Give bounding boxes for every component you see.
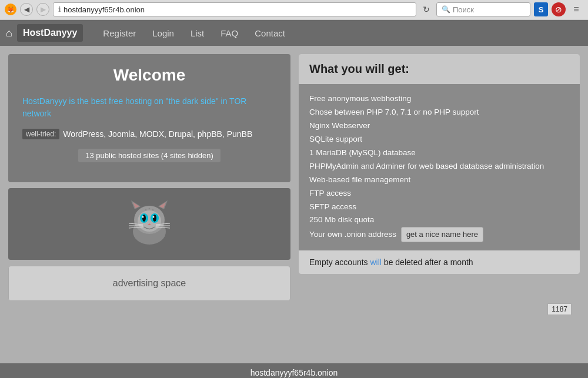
list-item: 250 Mb disk quota xyxy=(309,213,569,227)
list-item-onion: Your own .onion address get a nice name … xyxy=(309,227,569,242)
page-body: Welcome HostDanyyy is the best free host… xyxy=(0,46,588,363)
hosted-sites-badge: 13 public hosted sites (4 sites hidden) xyxy=(78,149,220,162)
well-tried-text: WordPress, Joomla, MODX, Drupal, phpBB, … xyxy=(63,128,252,141)
stop-icon[interactable]: ⊘ xyxy=(552,2,566,16)
svg-point-10 xyxy=(153,215,156,222)
nav-contact[interactable]: Contact xyxy=(255,28,285,38)
url-bar[interactable]: ℹ hostdanyyyf65r4b.onion xyxy=(53,2,416,16)
well-tried-row: well-tried: WordPress, Joomla, MODX, Dru… xyxy=(22,128,276,141)
page-content: Welcome HostDanyyy is the best free host… xyxy=(8,54,580,301)
page-counter: 1187 xyxy=(547,303,572,315)
onion-address-label: Your own .onion address xyxy=(309,230,396,239)
svg-point-12 xyxy=(153,216,155,218)
search-bar[interactable]: 🔍 Поиск xyxy=(436,2,530,16)
cat-image-box xyxy=(8,188,290,260)
skype-icon[interactable]: S xyxy=(534,2,548,16)
browser-chrome: 🦊 ◀ ▶ ℹ hostdanyyyf65r4b.onion ↻ 🔍 Поиск… xyxy=(0,0,588,20)
empty-accounts-text-2: be deleted after a month xyxy=(382,257,473,267)
home-icon[interactable]: ⌂ xyxy=(6,27,12,39)
what-you-get-box: What you will get: Free anonymous webhos… xyxy=(299,54,580,274)
empty-accounts-text-1: Empty accounts xyxy=(309,257,370,267)
forward-button[interactable]: ▶ xyxy=(36,3,49,16)
url-text: hostdanyyyf65r4b.onion xyxy=(64,5,145,14)
empty-accounts-highlight: will xyxy=(370,257,382,267)
left-panel: Welcome HostDanyyy is the best free host… xyxy=(8,54,290,301)
list-item: Nginx Webserver xyxy=(309,119,569,133)
empty-accounts-notice: Empty accounts will be deleted after a m… xyxy=(299,250,580,274)
list-item: PHPMyAdmin and Adminer for web based dat… xyxy=(309,160,569,173)
browser-favicon: 🦊 xyxy=(5,4,16,15)
list-item: Chose between PHP 7.0, 7.1 or no PHP sup… xyxy=(309,106,569,119)
what-header: What you will get: xyxy=(299,54,580,84)
nav-login[interactable]: Login xyxy=(152,28,174,38)
svg-point-11 xyxy=(142,216,144,218)
footer-domain: hostdanyyyf65r4b.onion xyxy=(250,368,338,377)
cat-illustration xyxy=(123,198,176,250)
get-nice-name-button[interactable]: get a nice name here xyxy=(401,227,483,242)
menu-button[interactable]: ≡ xyxy=(569,2,583,16)
welcome-box: Welcome HostDanyyy is the best free host… xyxy=(8,54,290,182)
site-brand[interactable]: HostDanyyy xyxy=(17,24,83,42)
list-item: Web-based file management xyxy=(309,173,569,187)
what-list: Free anonymous webhosting Chose between … xyxy=(299,84,580,250)
browser-toolbar: 🦊 ◀ ▶ ℹ hostdanyyyf65r4b.onion ↻ 🔍 Поиск… xyxy=(0,0,588,19)
list-item: SQLite support xyxy=(309,133,569,146)
back-button[interactable]: ◀ xyxy=(20,3,33,16)
svg-point-9 xyxy=(142,215,146,222)
nav-list[interactable]: List xyxy=(191,28,204,38)
site-footer: hostdanyyyf65r4b.onion xyxy=(0,363,588,378)
well-tried-badge: well-tried: xyxy=(22,129,59,139)
welcome-description: HostDanyyy is the best free hosting on "… xyxy=(22,95,276,120)
list-item: 1 MariaDB (MySQL) database xyxy=(309,146,569,160)
search-placeholder: Поиск xyxy=(453,5,474,14)
list-item: SFTP access xyxy=(309,200,569,214)
right-panel: What you will get: Free anonymous webhos… xyxy=(299,54,580,274)
list-item: Free anonymous webhosting xyxy=(309,92,569,106)
nav-register[interactable]: Register xyxy=(103,28,136,38)
site-nav: ⌂ HostDanyyy Register Login List FAQ Con… xyxy=(0,20,588,46)
welcome-title: Welcome xyxy=(22,66,276,85)
counter-bar: 1187 xyxy=(8,301,580,317)
advertising-space: advertising space xyxy=(8,266,290,301)
ad-text: advertising space xyxy=(113,278,186,289)
refresh-button[interactable]: ↻ xyxy=(420,3,433,16)
list-item: FTP access xyxy=(309,187,569,200)
nav-faq[interactable]: FAQ xyxy=(220,28,238,38)
